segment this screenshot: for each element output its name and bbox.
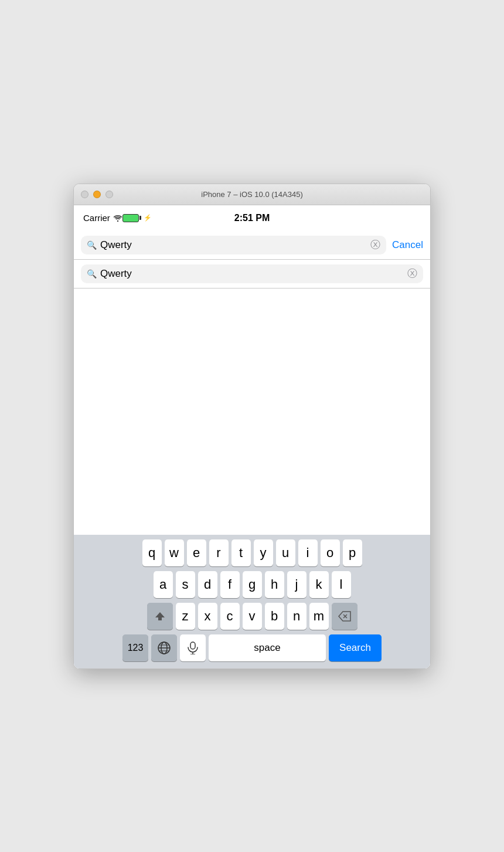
key-e[interactable]: e [187, 539, 206, 566]
mac-window: iPhone 7 – iOS 10.0 (14A345) Carrier 2:5… [73, 184, 431, 669]
carrier-indicator: Carrier [83, 213, 122, 223]
keyboard-bottom-row: 123 [76, 634, 428, 661]
search-results [74, 288, 430, 535]
cancel-button[interactable]: Cancel [392, 239, 423, 251]
key-b[interactable]: b [265, 603, 284, 630]
battery-body [122, 214, 139, 222]
svg-point-0 [117, 220, 118, 221]
status-bar: Carrier 2:51 PM ⚡ [74, 205, 430, 231]
content-area: 🔍 ⓧ [74, 260, 430, 535]
key-w[interactable]: w [165, 539, 184, 566]
keyboard-row-1: q w e r t y u i o p [76, 539, 428, 566]
maximize-button[interactable] [105, 191, 113, 198]
inner-clear-button[interactable]: ⓧ [407, 269, 417, 279]
key-g[interactable]: g [243, 571, 262, 598]
globe-key[interactable] [151, 634, 177, 661]
search-bar-area: 🔍 ⓧ Cancel [74, 231, 430, 260]
inner-search-bar: 🔍 ⓧ [74, 260, 430, 288]
key-t[interactable]: t [231, 539, 251, 566]
key-j[interactable]: j [287, 571, 307, 598]
svg-rect-8 [190, 642, 195, 649]
charging-icon: ⚡ [144, 214, 152, 222]
key-k[interactable]: k [309, 571, 329, 598]
key-d[interactable]: d [198, 571, 217, 598]
shift-key[interactable] [147, 603, 173, 630]
search-input-wrapper[interactable]: 🔍 ⓧ [81, 236, 386, 254]
key-y[interactable]: y [254, 539, 273, 566]
key-l[interactable]: l [332, 571, 351, 598]
carrier-label: Carrier [83, 213, 110, 223]
inner-search-icon: 🔍 [87, 269, 97, 279]
inner-search-input[interactable] [100, 268, 404, 280]
key-c[interactable]: c [220, 603, 240, 630]
close-button[interactable] [81, 191, 88, 198]
key-f[interactable]: f [220, 571, 240, 598]
status-time: 2:51 PM [234, 213, 270, 223]
key-z[interactable]: z [176, 603, 195, 630]
clear-search-button[interactable]: ⓧ [370, 240, 380, 250]
delete-key[interactable] [332, 603, 357, 630]
numeric-label: 123 [128, 643, 144, 653]
search-key-label: Search [339, 642, 371, 654]
search-input[interactable] [100, 239, 367, 251]
traffic-lights [81, 191, 113, 198]
space-label: space [254, 642, 280, 654]
key-v[interactable]: v [243, 603, 262, 630]
key-n[interactable]: n [287, 603, 307, 630]
wifi-icon [113, 215, 122, 222]
window-title: iPhone 7 – iOS 10.0 (14A345) [201, 190, 302, 199]
minimize-button[interactable] [93, 191, 101, 198]
keyboard: q w e r t y u i o p a s d f g h j k [74, 535, 430, 668]
numeric-key[interactable]: 123 [122, 634, 148, 661]
battery-tip [139, 216, 141, 220]
key-h[interactable]: h [265, 571, 284, 598]
status-right: ⚡ [122, 214, 152, 222]
keyboard-row-2: a s d f g h j k l [76, 571, 428, 598]
key-a[interactable]: a [154, 571, 173, 598]
search-key[interactable]: Search [329, 634, 382, 661]
battery-indicator [122, 214, 141, 222]
microphone-key[interactable] [180, 634, 206, 661]
key-u[interactable]: u [276, 539, 295, 566]
key-s[interactable]: s [176, 571, 195, 598]
iphone-screen: Carrier 2:51 PM ⚡ 🔍 [74, 205, 430, 668]
key-r[interactable]: r [209, 539, 229, 566]
keyboard-row-3: z x c v b n m [76, 603, 428, 630]
key-p[interactable]: p [343, 539, 362, 566]
key-i[interactable]: i [298, 539, 318, 566]
key-o[interactable]: o [321, 539, 340, 566]
key-q[interactable]: q [142, 539, 162, 566]
key-m[interactable]: m [309, 603, 329, 630]
key-x[interactable]: x [198, 603, 217, 630]
inner-search-wrapper[interactable]: 🔍 ⓧ [81, 264, 423, 283]
search-icon: 🔍 [87, 240, 97, 250]
title-bar: iPhone 7 – iOS 10.0 (14A345) [74, 184, 430, 205]
space-key[interactable]: space [209, 634, 326, 661]
